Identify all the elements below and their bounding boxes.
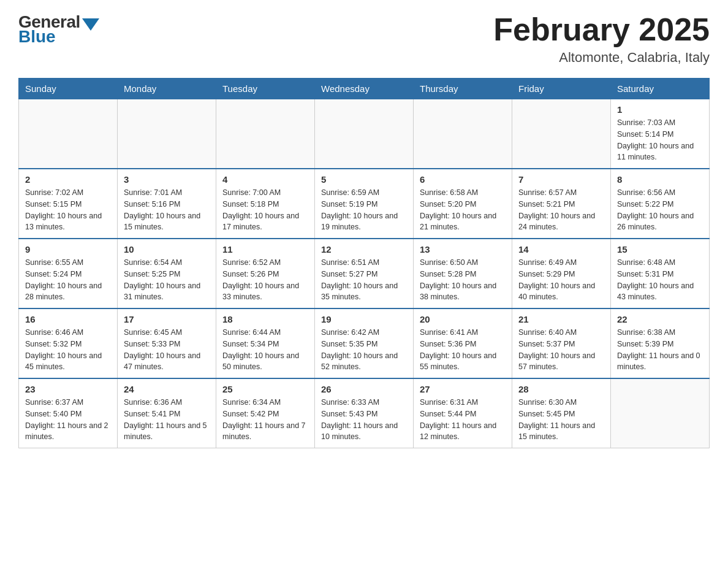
day-number: 22: [617, 314, 703, 324]
calendar-day-cell: 5Sunrise: 6:59 AMSunset: 5:19 PMDaylight…: [315, 169, 414, 239]
day-info: Sunrise: 6:38 AMSunset: 5:39 PMDaylight:…: [617, 327, 703, 373]
day-number: 25: [222, 384, 308, 394]
calendar-day-cell: 25Sunrise: 6:34 AMSunset: 5:42 PMDayligh…: [216, 378, 315, 448]
day-info: Sunrise: 7:02 AMSunset: 5:15 PMDaylight:…: [25, 187, 111, 233]
day-number: 26: [321, 384, 407, 394]
calendar-day-cell: 17Sunrise: 6:45 AMSunset: 5:33 PMDayligh…: [118, 308, 216, 378]
day-number: 23: [25, 384, 111, 394]
calendar-day-cell: [118, 99, 216, 169]
calendar-day-cell: 8Sunrise: 6:56 AMSunset: 5:22 PMDaylight…: [611, 169, 710, 239]
logo-triangle-icon: [82, 18, 99, 31]
day-number: 9: [25, 244, 111, 255]
calendar-day-cell: 15Sunrise: 6:48 AMSunset: 5:31 PMDayligh…: [611, 239, 710, 308]
logo: General Blue: [18, 12, 99, 47]
calendar-header-row: SundayMondayTuesdayWednesdayThursdayFrid…: [19, 79, 710, 99]
day-info: Sunrise: 6:44 AMSunset: 5:34 PMDaylight:…: [222, 327, 308, 373]
day-number: 7: [518, 174, 604, 185]
day-info: Sunrise: 6:37 AMSunset: 5:40 PMDaylight:…: [25, 397, 111, 443]
day-info: Sunrise: 7:01 AMSunset: 5:16 PMDaylight:…: [124, 187, 210, 233]
day-info: Sunrise: 6:57 AMSunset: 5:21 PMDaylight:…: [518, 187, 604, 233]
calendar-day-cell: 27Sunrise: 6:31 AMSunset: 5:44 PMDayligh…: [414, 378, 512, 448]
day-info: Sunrise: 6:36 AMSunset: 5:41 PMDaylight:…: [124, 397, 210, 443]
calendar-day-cell: 19Sunrise: 6:42 AMSunset: 5:35 PMDayligh…: [315, 308, 414, 378]
day-number: 5: [321, 174, 407, 185]
logo-blue-text: Blue: [18, 27, 56, 47]
calendar-day-cell: 4Sunrise: 7:00 AMSunset: 5:18 PMDaylight…: [216, 169, 315, 239]
month-title: February 2025: [493, 12, 710, 47]
calendar-day-cell: [611, 378, 710, 448]
day-number: 15: [617, 244, 703, 255]
calendar-week-row: 1Sunrise: 7:03 AMSunset: 5:14 PMDaylight…: [19, 99, 710, 169]
day-info: Sunrise: 6:51 AMSunset: 5:27 PMDaylight:…: [321, 257, 407, 303]
day-info: Sunrise: 6:54 AMSunset: 5:25 PMDaylight:…: [124, 257, 210, 303]
calendar-day-cell: [19, 99, 118, 169]
day-number: 20: [420, 314, 506, 324]
calendar-week-row: 2Sunrise: 7:02 AMSunset: 5:15 PMDaylight…: [19, 169, 710, 239]
day-number: 4: [222, 174, 308, 185]
day-info: Sunrise: 6:41 AMSunset: 5:36 PMDaylight:…: [420, 327, 506, 373]
day-info: Sunrise: 6:49 AMSunset: 5:29 PMDaylight:…: [518, 257, 604, 303]
day-info: Sunrise: 6:56 AMSunset: 5:22 PMDaylight:…: [617, 187, 703, 233]
calendar-day-header: Monday: [118, 79, 216, 99]
day-number: 2: [25, 174, 111, 185]
calendar-day-cell: 9Sunrise: 6:55 AMSunset: 5:24 PMDaylight…: [19, 239, 118, 308]
day-number: 6: [420, 174, 506, 185]
day-number: 28: [518, 384, 604, 394]
day-info: Sunrise: 7:03 AMSunset: 5:14 PMDaylight:…: [617, 117, 703, 163]
day-info: Sunrise: 6:31 AMSunset: 5:44 PMDaylight:…: [420, 397, 506, 443]
calendar-week-row: 9Sunrise: 6:55 AMSunset: 5:24 PMDaylight…: [19, 239, 710, 308]
day-info: Sunrise: 7:00 AMSunset: 5:18 PMDaylight:…: [222, 187, 308, 233]
day-info: Sunrise: 6:58 AMSunset: 5:20 PMDaylight:…: [420, 187, 506, 233]
page-header: General Blue February 2025 Altomonte, Ca…: [18, 12, 710, 66]
calendar-day-cell: 21Sunrise: 6:40 AMSunset: 5:37 PMDayligh…: [512, 308, 611, 378]
calendar-day-cell: 10Sunrise: 6:54 AMSunset: 5:25 PMDayligh…: [118, 239, 216, 308]
calendar-day-header: Sunday: [19, 79, 118, 99]
calendar-day-header: Wednesday: [315, 79, 414, 99]
day-number: 24: [124, 384, 210, 394]
calendar-day-cell: [512, 99, 611, 169]
calendar-table: SundayMondayTuesdayWednesdayThursdayFrid…: [18, 78, 710, 448]
title-section: February 2025 Altomonte, Calabria, Italy: [493, 12, 710, 66]
day-number: 3: [124, 174, 210, 185]
calendar-week-row: 23Sunrise: 6:37 AMSunset: 5:40 PMDayligh…: [19, 378, 710, 448]
day-info: Sunrise: 6:55 AMSunset: 5:24 PMDaylight:…: [25, 257, 111, 303]
day-info: Sunrise: 6:42 AMSunset: 5:35 PMDaylight:…: [321, 327, 407, 373]
calendar-day-header: Tuesday: [216, 79, 315, 99]
calendar-day-cell: 16Sunrise: 6:46 AMSunset: 5:32 PMDayligh…: [19, 308, 118, 378]
day-number: 21: [518, 314, 604, 324]
calendar-day-header: Saturday: [611, 79, 710, 99]
calendar-day-cell: 28Sunrise: 6:30 AMSunset: 5:45 PMDayligh…: [512, 378, 611, 448]
day-info: Sunrise: 6:34 AMSunset: 5:42 PMDaylight:…: [222, 397, 308, 443]
calendar-day-cell: 22Sunrise: 6:38 AMSunset: 5:39 PMDayligh…: [611, 308, 710, 378]
calendar-day-cell: 2Sunrise: 7:02 AMSunset: 5:15 PMDaylight…: [19, 169, 118, 239]
day-info: Sunrise: 6:40 AMSunset: 5:37 PMDaylight:…: [518, 327, 604, 373]
day-number: 8: [617, 174, 703, 185]
calendar-day-cell: 13Sunrise: 6:50 AMSunset: 5:28 PMDayligh…: [414, 239, 512, 308]
day-info: Sunrise: 6:46 AMSunset: 5:32 PMDaylight:…: [25, 327, 111, 373]
day-info: Sunrise: 6:52 AMSunset: 5:26 PMDaylight:…: [222, 257, 308, 303]
day-info: Sunrise: 6:59 AMSunset: 5:19 PMDaylight:…: [321, 187, 407, 233]
day-number: 14: [518, 244, 604, 255]
calendar-day-cell: 6Sunrise: 6:58 AMSunset: 5:20 PMDaylight…: [414, 169, 512, 239]
calendar-day-cell: [315, 99, 414, 169]
day-info: Sunrise: 6:33 AMSunset: 5:43 PMDaylight:…: [321, 397, 407, 443]
day-number: 12: [321, 244, 407, 255]
day-info: Sunrise: 6:45 AMSunset: 5:33 PMDaylight:…: [124, 327, 210, 373]
day-number: 27: [420, 384, 506, 394]
calendar-day-cell: 7Sunrise: 6:57 AMSunset: 5:21 PMDaylight…: [512, 169, 611, 239]
calendar-day-cell: 18Sunrise: 6:44 AMSunset: 5:34 PMDayligh…: [216, 308, 315, 378]
calendar-day-cell: 11Sunrise: 6:52 AMSunset: 5:26 PMDayligh…: [216, 239, 315, 308]
calendar-day-cell: 24Sunrise: 6:36 AMSunset: 5:41 PMDayligh…: [118, 378, 216, 448]
day-number: 13: [420, 244, 506, 255]
day-number: 11: [222, 244, 308, 255]
day-info: Sunrise: 6:48 AMSunset: 5:31 PMDaylight:…: [617, 257, 703, 303]
calendar-day-cell: 1Sunrise: 7:03 AMSunset: 5:14 PMDaylight…: [611, 99, 710, 169]
day-number: 17: [124, 314, 210, 324]
calendar-day-cell: 12Sunrise: 6:51 AMSunset: 5:27 PMDayligh…: [315, 239, 414, 308]
day-number: 16: [25, 314, 111, 324]
day-number: 18: [222, 314, 308, 324]
calendar-day-cell: 3Sunrise: 7:01 AMSunset: 5:16 PMDaylight…: [118, 169, 216, 239]
calendar-day-cell: [216, 99, 315, 169]
calendar-week-row: 16Sunrise: 6:46 AMSunset: 5:32 PMDayligh…: [19, 308, 710, 378]
day-info: Sunrise: 6:50 AMSunset: 5:28 PMDaylight:…: [420, 257, 506, 303]
